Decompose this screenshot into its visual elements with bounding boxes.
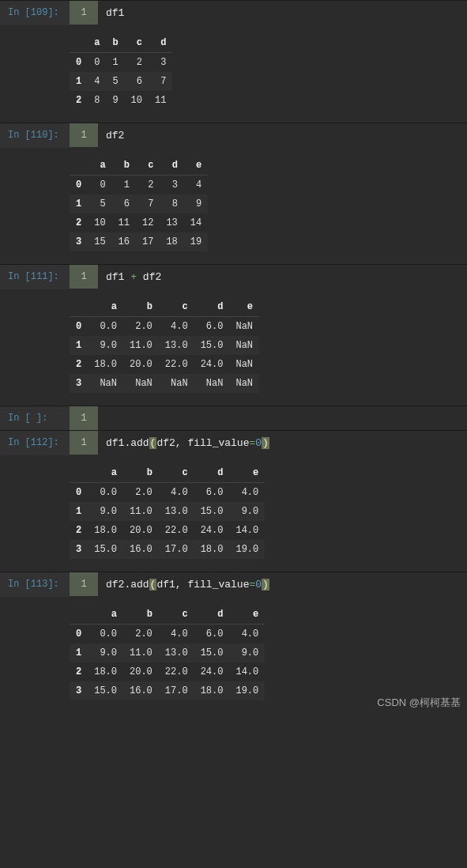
table-cell: 18.0 [88,662,123,681]
table-cell: 6.0 [194,317,230,337]
column-header: a [88,33,106,53]
table-cell: 15.0 [194,502,230,521]
table-cell: 11.0 [123,502,159,521]
table-cell: 4 [88,72,106,91]
table-cell: 11 [112,213,136,232]
table-cell: 20.0 [123,662,159,681]
table-cell: 18.0 [88,355,123,374]
input-area[interactable]: 1df2 [70,123,467,148]
table-cell: 6.0 [194,625,230,644]
table-cell: 18 [160,232,183,251]
table-cell: 12 [136,213,160,232]
table-cell: 17.0 [159,681,194,700]
table-cell: 24.0 [194,662,230,681]
table-cell: 2.0 [123,625,159,644]
table-row: 156789 [70,194,208,213]
watermark-text: CSDN @柯柯基基 [377,696,461,710]
table-cell: 19.0 [229,681,265,700]
column-header: d [194,463,230,483]
input-area[interactable]: 1df1 + df2 [70,265,467,289]
cell-output: abcde0012341567892101112131431516171819 [0,148,467,264]
line-number-gutter: 1 [70,1,98,25]
table-cell: 19 [184,232,208,251]
table-row: 00.02.04.06.04.0 [70,483,265,503]
column-header: c [159,297,194,317]
column-header: a [88,463,123,483]
column-header: a [88,605,123,625]
table-cell: 15.0 [88,540,123,559]
table-cell: 17 [136,232,160,251]
table-cell: 4.0 [159,317,194,337]
code-editor[interactable]: df2 [98,123,132,148]
table-cell: 16.0 [123,681,159,700]
row-index: 1 [70,502,88,521]
column-header: d [149,33,172,53]
table-cell: 1 [106,53,124,73]
table-row: 00123 [70,53,172,73]
table-cell: 18.0 [194,540,230,559]
table-cell: 7 [149,72,172,91]
column-header: d [160,156,183,175]
table-cell: 4.0 [159,625,194,644]
code-cell: In [113]:1df2.add(df1, fill_value=0) [0,572,467,597]
code-token: df1, fill_value [156,579,249,591]
table-cell: 9 [106,91,124,110]
table-cell: 9.0 [229,643,265,662]
table-cell: 20.0 [123,521,159,540]
table-cell: 16 [112,232,136,251]
cell-prompt: In [111]: [0,265,70,289]
table-cell: 5 [88,194,111,213]
column-header: a [88,156,111,175]
code-editor[interactable]: df2.add(df1, fill_value=0) [98,572,277,597]
input-area[interactable]: 1df2.add(df1, fill_value=0) [70,572,467,597]
dataframe-table: abcde0012341567892101112131431516171819 [70,156,208,251]
table-cell: 8 [88,91,106,110]
table-cell: 13.0 [159,336,194,355]
column-header: c [159,463,194,483]
table-row: 2891011 [70,91,172,110]
table-cell: 5 [106,72,124,91]
row-index: 0 [70,483,88,503]
table-row: 21011121314 [70,213,208,232]
table-row: 19.011.013.015.0NaN [70,336,259,355]
code-editor[interactable] [98,406,114,419]
row-index: 1 [70,336,88,355]
table-cell: 13 [160,213,183,232]
table-cell: 0 [88,53,106,73]
table-row: 218.020.022.024.014.0 [70,662,265,681]
table-cell: 0 [88,175,111,195]
code-editor[interactable]: df1 + df2 [98,265,169,289]
cell-output: abcde00.02.04.06.0NaN19.011.013.015.0NaN… [0,289,467,406]
code-cell: In [ ]:1 [0,406,467,430]
input-area[interactable]: 1df1.add(df2, fill_value=0) [70,431,467,455]
table-cell: 24.0 [194,355,230,374]
row-index: 2 [70,521,88,540]
table-cell: 0.0 [88,625,123,644]
row-index: 3 [70,681,88,700]
input-area[interactable]: 1 [70,406,467,430]
column-header: b [112,156,136,175]
table-cell: 19.0 [229,540,265,559]
code-editor[interactable]: df1 [98,1,132,25]
table-cell: NaN [229,336,259,355]
table-row: 19.011.013.015.09.0 [70,643,265,662]
table-cell: 11.0 [123,336,159,355]
row-index: 0 [70,175,88,195]
line-number-gutter: 1 [70,406,98,430]
row-index: 0 [70,317,88,337]
row-index: 2 [70,213,88,232]
table-cell: 0.0 [88,317,123,337]
table-row: 19.011.013.015.09.0 [70,502,265,521]
column-header: c [136,156,160,175]
table-cell: 3 [149,53,172,73]
input-area[interactable]: 1df1 [70,1,467,25]
column-header: b [106,33,124,53]
column-header: e [229,605,265,625]
table-cell: 16.0 [123,540,159,559]
code-editor[interactable]: df1.add(df2, fill_value=0) [98,431,277,455]
table-cell: 6 [125,72,149,91]
table-row: 00.02.04.06.0NaN [70,317,259,337]
table-cell: NaN [88,374,123,393]
table-cell: 2.0 [123,317,159,337]
code-token: ( [149,437,157,449]
